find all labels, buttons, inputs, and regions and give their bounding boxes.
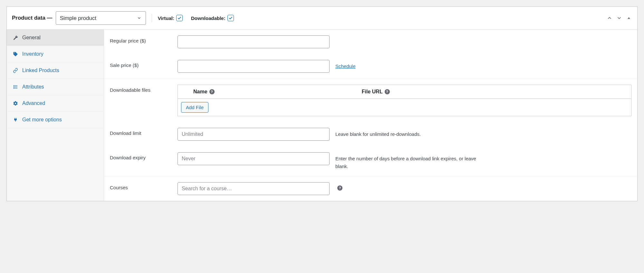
svg-rect-5: [14, 88, 14, 89]
panel-header-controls: [606, 15, 632, 21]
courses-row: Courses ?: [110, 176, 631, 201]
product-type-select[interactable]: Simple product: [56, 11, 146, 25]
download-limit-help: Leave blank for unlimited re-downloads.: [333, 128, 421, 138]
courses-label: Courses: [110, 182, 174, 190]
collapse-button[interactable]: [626, 15, 632, 21]
courses-help-wrap: ?: [333, 182, 342, 191]
tab-get-more-options[interactable]: Get more options: [7, 112, 104, 128]
schedule-link[interactable]: Schedule: [335, 63, 356, 69]
download-expiry-row: Download expiry Enter the number of days…: [110, 146, 631, 176]
help-icon[interactable]: ?: [209, 89, 215, 94]
svg-rect-1: [14, 85, 14, 86]
downloadable-checkbox[interactable]: [227, 15, 234, 21]
download-limit-label: Download limit: [110, 128, 174, 136]
tag-icon: [13, 51, 18, 57]
svg-rect-6: [15, 88, 17, 88]
tab-content: Regular price ($) Sale price ($) Schedul…: [104, 30, 637, 201]
courses-section: Courses ?: [104, 176, 637, 201]
virtual-toggle: Virtual:: [158, 15, 183, 21]
svg-rect-4: [15, 87, 17, 87]
panel-body: General Inventory Linked Products Attrib…: [7, 30, 637, 201]
sale-price-label: Sale price ($): [110, 60, 174, 68]
download-limit-row: Download limit Leave blank for unlimited…: [110, 122, 631, 146]
svg-rect-3: [14, 87, 14, 88]
svg-marker-0: [628, 17, 630, 19]
tab-attributes[interactable]: Attributes: [7, 79, 104, 95]
download-expiry-help: Enter the number of days before a downlo…: [333, 152, 488, 170]
dl-col-url-text: File URL: [362, 89, 383, 95]
dl-col-name-text: Name: [193, 89, 207, 95]
download-expiry-input[interactable]: [178, 152, 330, 165]
downloadable-files-table: Name ? File URL ? Add File: [178, 85, 631, 116]
tab-label: Advanced: [22, 100, 45, 106]
panel-header: Product data — Simple product Virtual: D…: [7, 7, 637, 30]
tab-label: Linked Products: [22, 68, 59, 73]
downloads-section: Downloadable files Name ? File URL ?: [104, 79, 637, 176]
downloadable-files-head: Name ? File URL ?: [178, 85, 631, 99]
downloadable-files-label: Downloadable files: [110, 85, 174, 93]
divider: [152, 14, 152, 22]
tab-label: Inventory: [22, 51, 43, 57]
downloadable-label: Downloadable:: [191, 15, 226, 21]
downloadable-toggle: Downloadable:: [191, 15, 234, 21]
panel-title: Product data —: [12, 15, 53, 21]
product-type-select-wrap: Simple product: [56, 11, 146, 25]
pricing-section: Regular price ($) Sale price ($) Schedul…: [104, 30, 637, 79]
link-icon: [13, 68, 18, 73]
product-data-panel: Product data — Simple product Virtual: D…: [6, 6, 638, 201]
svg-rect-2: [15, 85, 17, 86]
tabs: General Inventory Linked Products Attrib…: [7, 30, 104, 201]
tab-inventory[interactable]: Inventory: [7, 46, 104, 62]
sale-price-row: Sale price ($) Schedule: [110, 54, 631, 79]
gear-icon: [13, 100, 18, 106]
courses-input[interactable]: [178, 182, 330, 195]
wrench-icon: [13, 35, 18, 41]
sale-price-input[interactable]: [178, 60, 330, 73]
download-limit-input[interactable]: [178, 128, 330, 141]
virtual-checkbox[interactable]: [176, 15, 183, 21]
downloadable-files-row: Downloadable files Name ? File URL ?: [110, 79, 631, 122]
tab-label: Get more options: [22, 117, 62, 123]
list-icon: [13, 84, 18, 90]
help-icon[interactable]: ?: [337, 185, 342, 191]
move-up-button[interactable]: [606, 15, 613, 21]
virtual-label: Virtual:: [158, 15, 174, 21]
regular-price-row: Regular price ($): [110, 30, 631, 54]
tab-label: Attributes: [22, 84, 44, 90]
move-down-button[interactable]: [616, 15, 622, 21]
tab-label: General: [22, 35, 41, 41]
dl-col-url: File URL ?: [359, 89, 631, 95]
help-icon[interactable]: ?: [385, 89, 390, 94]
dl-col-name: Name ?: [178, 89, 359, 95]
download-expiry-label: Download expiry: [110, 152, 174, 160]
downloadable-files-foot: Add File: [178, 99, 631, 116]
regular-price-label: Regular price ($): [110, 35, 174, 43]
plug-icon: [13, 117, 18, 123]
tab-linked-products[interactable]: Linked Products: [7, 62, 104, 79]
toggle-group: Virtual: Downloadable:: [158, 15, 234, 21]
tab-general[interactable]: General: [7, 30, 104, 46]
tab-advanced[interactable]: Advanced: [7, 95, 104, 112]
add-file-button[interactable]: Add File: [181, 102, 208, 113]
regular-price-input[interactable]: [178, 35, 330, 48]
